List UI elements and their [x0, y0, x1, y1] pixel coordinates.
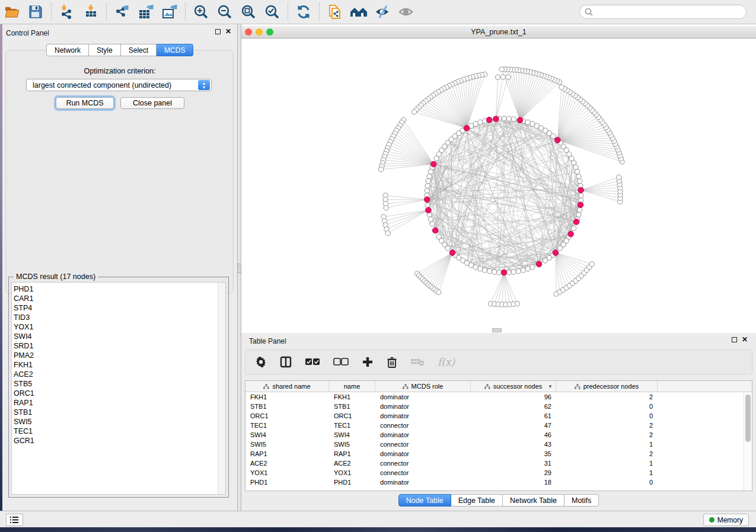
open-file-icon[interactable]: [2, 2, 22, 21]
network-node[interactable]: [478, 120, 483, 124]
export-table-icon[interactable]: [136, 2, 156, 21]
column-header-predecessors[interactable]: predecessor nodes: [556, 381, 658, 392]
mcds-result-list[interactable]: PHD1CAR1STP4TID3YOX1SWI4SRD1PMA2FKH1ACE2…: [11, 282, 226, 495]
dominator-node[interactable]: [555, 137, 561, 143]
tab-select[interactable]: Select: [121, 44, 157, 56]
network-node[interactable]: [487, 268, 492, 273]
dominator-node[interactable]: [464, 125, 470, 131]
network-node[interactable]: [577, 178, 582, 183]
network-node[interactable]: [428, 217, 433, 222]
dominator-node[interactable]: [536, 261, 542, 267]
horizontal-splitter-handle[interactable]: [492, 328, 502, 332]
mcds-list-scrollbar[interactable]: [218, 283, 225, 494]
add-column-icon[interactable]: [362, 356, 374, 368]
dominator-node[interactable]: [430, 161, 436, 167]
zoom-out-icon[interactable]: [215, 2, 235, 21]
network-node[interactable]: [430, 222, 435, 226]
memory-button[interactable]: Memory: [703, 514, 749, 526]
network-node[interactable]: [575, 169, 579, 174]
export-network-icon[interactable]: [112, 2, 132, 21]
table-row[interactable]: ACE2ACE2connector311: [245, 459, 752, 468]
network-node[interactable]: [492, 270, 497, 274]
zoom-in-icon[interactable]: [191, 2, 211, 21]
network-node[interactable]: [427, 174, 432, 178]
network-node[interactable]: [482, 268, 487, 273]
export-image-icon[interactable]: [160, 2, 180, 21]
dominator-node[interactable]: [578, 187, 584, 193]
network-node[interactable]: [425, 203, 430, 207]
import-table-icon[interactable]: [81, 2, 101, 21]
network-node[interactable]: [515, 301, 519, 306]
mcds-result-item[interactable]: SRD1: [14, 341, 225, 351]
float-panel-icon[interactable]: [215, 29, 221, 34]
mcds-result-item[interactable]: FKH1: [14, 360, 225, 370]
close-panel-icon[interactable]: ✕: [225, 29, 231, 34]
tab-node-table[interactable]: Node Table: [398, 494, 451, 507]
table-scrollbar[interactable]: [744, 393, 751, 491]
search-field[interactable]: [579, 5, 747, 19]
zoom-selected-icon[interactable]: [262, 2, 282, 21]
network-node[interactable]: [425, 188, 429, 193]
mcds-result-item[interactable]: TEC1: [14, 427, 225, 436]
delete-column-icon[interactable]: [387, 356, 397, 368]
network-node[interactable]: [525, 120, 530, 124]
close-panel-button[interactable]: Close panel: [120, 97, 184, 109]
mcds-result-item[interactable]: GCR1: [14, 436, 225, 446]
network-node[interactable]: [425, 184, 430, 188]
network-node[interactable]: [521, 268, 525, 273]
vertical-splitter-handle[interactable]: [237, 264, 241, 273]
mcds-result-item[interactable]: ACE2: [14, 370, 225, 379]
dominator-node[interactable]: [573, 219, 579, 225]
network-node[interactable]: [412, 110, 416, 114]
table-row[interactable]: ORC1ORC1dominator610: [245, 411, 752, 421]
tab-motifs[interactable]: Motifs: [564, 494, 599, 507]
network-node[interactable]: [478, 266, 483, 271]
network-node[interactable]: [559, 85, 564, 89]
dominator-node[interactable]: [553, 250, 559, 256]
mcds-result-item[interactable]: YOX1: [14, 322, 225, 332]
column-header-shared_name[interactable]: shared name: [245, 381, 329, 392]
dominator-node[interactable]: [493, 116, 499, 122]
mcds-result-item[interactable]: SWI5: [14, 417, 225, 427]
close-panel-icon[interactable]: ✕: [742, 337, 748, 342]
clone-network-icon[interactable]: [325, 2, 345, 21]
tab-network[interactable]: Network: [46, 44, 89, 56]
float-panel-icon[interactable]: [732, 337, 737, 342]
dominator-node[interactable]: [486, 117, 492, 123]
network-node[interactable]: [428, 169, 433, 174]
clear-selection-icon[interactable]: [333, 358, 349, 366]
network-node[interactable]: [525, 266, 530, 271]
tab-network-table[interactable]: Network Table: [503, 494, 564, 507]
table-row[interactable]: FKH1FKH1dominator962: [245, 392, 752, 402]
network-node[interactable]: [495, 75, 500, 79]
mcds-result-item[interactable]: TID3: [14, 313, 225, 322]
network-node[interactable]: [384, 206, 388, 210]
table-scrollbar-thumb[interactable]: [745, 395, 751, 442]
mcds-result-item[interactable]: CAR1: [14, 294, 225, 303]
dominator-node[interactable]: [449, 250, 455, 256]
column-header-successors[interactable]: successor nodes▼: [471, 381, 556, 392]
mcds-result-item[interactable]: STB1: [14, 408, 225, 417]
network-node[interactable]: [445, 246, 450, 251]
network-node[interactable]: [576, 174, 581, 178]
column-menu-icon[interactable]: ▼: [548, 384, 553, 389]
hide-selected-icon[interactable]: [372, 2, 393, 21]
table-row[interactable]: PHD1PHD1dominator180: [245, 477, 752, 487]
network-node[interactable]: [499, 67, 504, 72]
node-table[interactable]: shared namenameMCDS rolesuccessor nodes▼…: [245, 380, 752, 491]
table-row[interactable]: SWI5SWI5connector431: [245, 440, 752, 449]
network-canvas[interactable]: [241, 39, 756, 333]
mcds-result-item[interactable]: STB5: [14, 379, 225, 389]
dominator-node[interactable]: [424, 197, 430, 203]
mcds-result-item[interactable]: PHD1: [14, 284, 225, 294]
network-node[interactable]: [502, 116, 506, 121]
run-mcds-button[interactable]: Run MCDS: [56, 97, 114, 109]
show-columns-icon[interactable]: [280, 356, 292, 368]
dominator-node[interactable]: [517, 117, 523, 123]
network-node[interactable]: [385, 230, 390, 235]
import-network-icon[interactable]: [57, 2, 77, 21]
first-neighbors-icon[interactable]: [349, 2, 369, 21]
tab-edge-table[interactable]: Edge Table: [451, 494, 503, 507]
table-row[interactable]: YOX1YOX1connector291: [245, 468, 752, 477]
column-header-role[interactable]: MCDS role: [375, 381, 471, 392]
